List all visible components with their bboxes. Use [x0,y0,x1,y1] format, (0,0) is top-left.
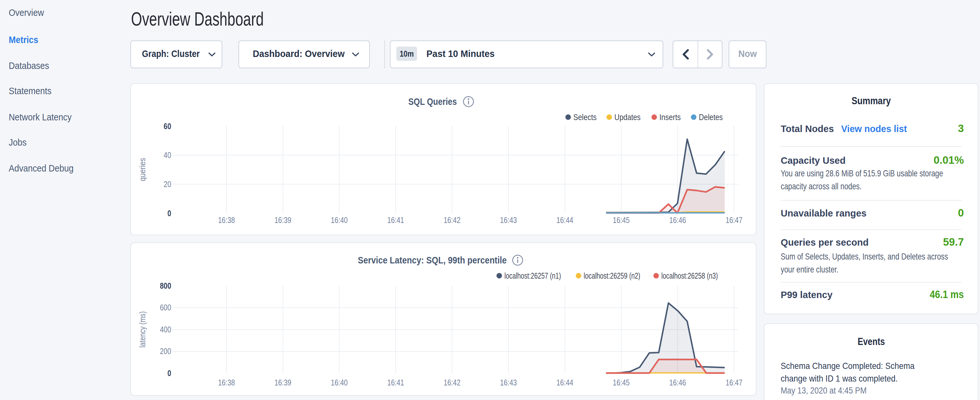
svg-text:16:38: 16:38 [218,215,235,225]
svg-text:16:40: 16:40 [331,215,348,225]
svg-text:latency (ms): latency (ms) [137,311,147,347]
svg-text:Selects: Selects [573,112,597,122]
svg-text:localhost:26259 (n2): localhost:26259 (n2) [584,271,640,280]
svg-text:40: 40 [164,150,171,159]
svg-text:SQL Queries: SQL Queries [408,96,457,107]
svg-text:Service Latency: SQL, 99th per: Service Latency: SQL, 99th percentile [358,255,507,265]
svg-text:queries: queries [137,158,147,181]
svg-text:16:41: 16:41 [387,378,404,387]
svg-text:16:42: 16:42 [444,378,460,387]
svg-text:16:44: 16:44 [557,378,573,387]
svg-text:16:43: 16:43 [500,378,517,387]
svg-text:16:46: 16:46 [669,215,686,225]
svg-text:16:46: 16:46 [669,378,686,387]
svg-text:16:41: 16:41 [387,215,404,225]
svg-text:16:39: 16:39 [274,378,291,387]
svg-text:16:44: 16:44 [557,215,573,225]
svg-text:800: 800 [160,281,171,290]
svg-text:16:39: 16:39 [274,215,291,225]
svg-text:16:42: 16:42 [444,215,460,225]
svg-text:16:38: 16:38 [218,378,235,387]
svg-text:0: 0 [167,209,171,218]
svg-text:16:45: 16:45 [613,215,630,225]
svg-text:600: 600 [160,303,171,312]
svg-text:0: 0 [167,369,171,378]
svg-text:20: 20 [164,180,171,189]
svg-text:Inserts: Inserts [659,112,681,122]
svg-text:16:47: 16:47 [726,378,743,387]
svg-text:localhost:26258 (n3): localhost:26258 (n3) [661,271,718,280]
svg-text:16:45: 16:45 [613,378,630,387]
svg-text:Deletes: Deletes [699,112,723,122]
svg-text:16:47: 16:47 [726,215,743,225]
svg-text:Updates: Updates [614,112,641,122]
svg-text:localhost:26257 (n1): localhost:26257 (n1) [504,271,561,280]
svg-text:200: 200 [160,347,171,356]
svg-text:400: 400 [160,325,171,334]
svg-text:16:43: 16:43 [500,215,517,225]
svg-text:60: 60 [164,122,171,131]
svg-text:16:40: 16:40 [331,378,348,387]
